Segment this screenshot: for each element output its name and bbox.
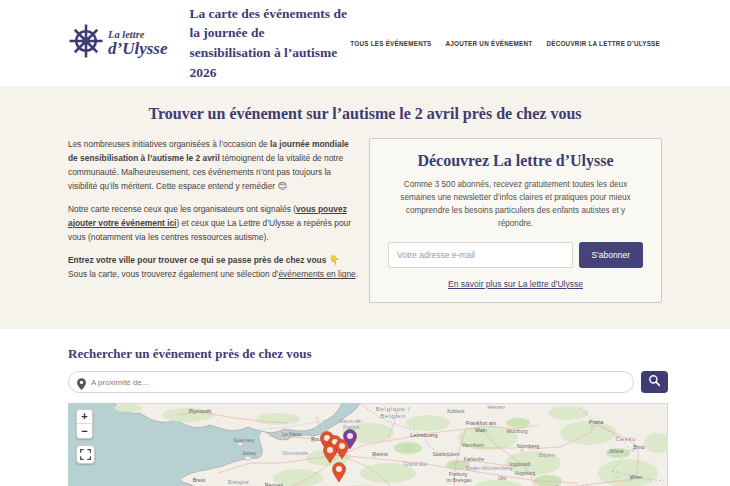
intro-p4-end: . [356, 269, 358, 279]
search-form [68, 371, 668, 394]
map-label: Le Havre [282, 432, 302, 437]
intro-p3-bold: Entrez votre ville pour trouver ce qui s… [68, 255, 329, 265]
site-logo[interactable]: La lettre d’Ulysse [68, 21, 167, 65]
header: La lettre d’Ulysse La carte des événemen… [0, 0, 730, 86]
nav-decouvrir-la-lettre[interactable]: Découvrir La lettre d’Ulysse [546, 40, 660, 47]
map-canvas: PlymouthGuernseyJerseyLe HavreRouenBrest… [68, 403, 668, 486]
map-label: Freiburg [449, 472, 467, 477]
fullscreen-icon [80, 446, 91, 464]
map-label: Brest [193, 477, 206, 483]
intro-p1-start: Les nombreuses initiatives organisées à … [68, 139, 270, 149]
logo-line2: d’Ulysse [108, 40, 167, 58]
map-label: Grand Est [403, 461, 427, 467]
map-label: Frankfurt am [466, 420, 497, 426]
smiley-emoji: 😊 [277, 181, 286, 191]
map-label: Main [475, 427, 487, 433]
map-label: Plymouth [189, 408, 211, 414]
page-title: La carte des événements de la journée de… [189, 4, 350, 82]
search-heading: Rechercher un événement près de chez vou… [68, 346, 730, 362]
map-label: Hessen [487, 404, 505, 410]
map-label: Bayern [539, 452, 556, 458]
newsletter-card: Découvrez La lettre d’Ulysse Comme 3 500… [369, 138, 662, 303]
page-title-line1: La carte des événements de la journée de [189, 6, 346, 41]
map-label: Normandie [282, 450, 307, 456]
intro-text: Les nombreuses initiatives organisées à … [68, 138, 359, 291]
map-label: Belgique / [376, 406, 411, 412]
map-label: Jersey [242, 451, 257, 456]
zoom-out-button[interactable]: − [77, 424, 92, 438]
map-label: Bretagne [227, 479, 248, 485]
map-label: Koblenz [447, 409, 465, 414]
map-zoom-controls: + − [76, 409, 93, 439]
map-label: Guernsey [234, 438, 255, 443]
map-label: Česko [615, 436, 636, 442]
search-button[interactable] [641, 371, 668, 393]
search-section: Rechercher un événement près de chez vou… [0, 329, 730, 486]
map-label: Mannheim [462, 443, 484, 448]
map-label: Rennes [265, 482, 284, 486]
online-events-link[interactable]: événements en ligne [278, 269, 355, 279]
intro-paragraph-1: Les nombreuses initiatives organisées à … [68, 138, 359, 194]
map-label: Ulm [498, 476, 507, 481]
map-label: Karlsruhe [464, 457, 485, 462]
fullscreen-button[interactable] [76, 445, 95, 464]
intro-p4-start: Sous la carte, vous trouverez également … [68, 269, 278, 279]
subscribe-button[interactable]: S'abonner [579, 242, 644, 268]
newsletter-description: Comme 3 500 abonnés, recevez gratuitemen… [388, 178, 643, 231]
map-label: Wien [630, 474, 642, 480]
main-nav: Tous les événements Ajouter un événement… [350, 40, 660, 47]
map-label: Baden-Württemberg [466, 465, 513, 471]
map-label: Praha [589, 419, 603, 425]
pointing-down-emoji: 👇 [329, 255, 340, 265]
map-label: Nürnberg [517, 443, 539, 449]
map-label: Würzburg [507, 429, 528, 434]
map-label: Ingolstadt [510, 462, 531, 467]
search-input[interactable] [68, 371, 634, 393]
map-label: im Breisgau [446, 478, 472, 483]
newsletter-more-link[interactable]: En savoir plus sur La lettre d'Ulysse [388, 279, 643, 289]
intro-p2-start: Notre carte recense ceux que les organis… [68, 204, 296, 214]
logo-text: La lettre d’Ulysse [108, 29, 167, 58]
location-pin-icon [77, 376, 86, 388]
page-title-line2: sensibilisation à l’autisme 2026 [189, 45, 337, 80]
zoom-in-button[interactable]: + [77, 410, 92, 424]
newsletter-title: Découvrez La lettre d’Ulysse [388, 152, 643, 170]
map-label: France [343, 424, 359, 430]
logo-line1: La lettre [108, 29, 167, 40]
map-label: Letzebuerg [411, 432, 438, 438]
nav-tous-les-evenements[interactable]: Tous les événements [350, 40, 431, 47]
intro-paragraph-2: Notre carte recense ceux que les organis… [68, 203, 359, 244]
map-label: Brno [633, 444, 644, 450]
map-label: Reims [372, 451, 388, 457]
ship-wheel-icon [68, 21, 104, 65]
intro-paragraph-3: Entrez votre ville pour trouver ce qui s… [68, 253, 359, 282]
nav-ajouter-un-evenement[interactable]: Ajouter un événement [446, 40, 533, 47]
map-label: Jihlava [609, 449, 624, 454]
hero-heading: Trouver un événement sur l’autisme le 2 … [0, 105, 730, 123]
newsletter-form: S'abonner [388, 242, 643, 268]
map-label: Belgien [380, 413, 406, 419]
map-island-jersey [244, 456, 251, 460]
events-map[interactable]: PlymouthGuernseyJerseyLe HavreRouenBrest… [68, 403, 668, 486]
map-label: Saarbrücken [432, 452, 460, 457]
search-icon [648, 374, 661, 390]
map-label: Augsburg [515, 471, 536, 476]
email-field[interactable] [388, 242, 573, 268]
hero-section: Trouver un événement sur l’autisme le 2 … [0, 86, 730, 329]
